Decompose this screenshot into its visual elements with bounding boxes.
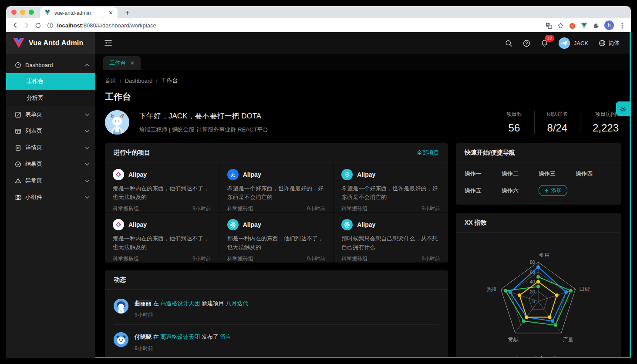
project-group[interactable]: 科学搬砖组 — [227, 255, 253, 263]
zoom-window-button[interactable] — [29, 10, 34, 15]
user-menu[interactable]: JACK — [559, 37, 588, 49]
notifications-bell[interactable]: 12 — [541, 39, 548, 47]
sidebar-item-label: 小组件 — [25, 193, 42, 201]
project-group[interactable]: 科学搬砖组 — [227, 205, 253, 212]
sidebar-item-lists[interactable]: 列表页 — [6, 123, 95, 139]
add-quicknav-button[interactable]: 添加 — [539, 185, 567, 196]
quick-link-3[interactable]: 操作三 — [539, 170, 576, 178]
url-text[interactable]: localhost:8080/#/dashboard/workplace — [57, 22, 156, 29]
activity-group-link[interactable]: 高逼格设计天团 — [160, 334, 200, 340]
quick-link-5[interactable]: 操作五 — [465, 187, 502, 195]
stat-ranking: 团队排名 8/24 — [534, 111, 580, 134]
breadcrumb-home[interactable]: 首页 — [105, 77, 116, 84]
activity-user[interactable]: 曲丽丽 — [135, 300, 152, 307]
quick-link-6[interactable]: 操作六 — [502, 187, 539, 195]
radar-chart: 020406080引用口碑产量贡献热度 — [456, 237, 621, 354]
close-page-tab-icon[interactable]: ✕ — [130, 60, 135, 66]
sidebar-item-dashboard[interactable]: Dashboard — [6, 57, 95, 73]
stats-group: 项目数 56 团队排名 8/24 项目访问 2,223 — [494, 111, 621, 134]
project-card[interactable]: Alipay 那是一种内在的东西，他们到达不了，也无法触及的 科学搬砖组9小时前 — [219, 212, 334, 263]
back-button[interactable] — [10, 20, 21, 31]
translate-icon[interactable] — [546, 22, 552, 29]
language-label: 简体 — [608, 39, 620, 47]
activity-target-link[interactable]: 八月迭代 — [226, 300, 249, 307]
activity-time: 9小时前 — [135, 345, 232, 352]
molecule-logo-icon — [341, 169, 353, 180]
svg-text:产量: 产量 — [563, 337, 573, 343]
appstore-icon — [15, 194, 21, 201]
sidebar-menu: Dashboard 工作台 分析页 — [6, 54, 95, 206]
sidebar-item-workplace[interactable]: 工作台 — [6, 73, 95, 90]
browser-tab[interactable]: vue-antd-admin ✕ — [40, 7, 118, 18]
project-time: 9小时前 — [421, 205, 440, 212]
url-host: localhost — [57, 22, 82, 29]
theme-settings-button[interactable] — [616, 101, 630, 116]
activity-target-link[interactable]: 留言 — [220, 334, 232, 340]
tab-workplace[interactable]: 工作台 ✕ — [103, 56, 141, 70]
activity-user[interactable]: 付晓晓 — [135, 334, 152, 340]
sidebar-item-exceptions[interactable]: 异常页 — [6, 172, 95, 189]
svg-text:0: 0 — [533, 299, 535, 304]
collapse-sidebar-icon[interactable] — [104, 39, 113, 47]
project-card[interactable]: Alipay 希望是一个好东西，也许是最好的，好东西是不会消亡的 科学搬砖组9小… — [334, 162, 448, 212]
warning-triangle-icon — [15, 178, 21, 184]
help-question-icon[interactable] — [523, 40, 530, 47]
breadcrumb-section[interactable]: Dashboard — [125, 78, 153, 84]
react-logo-icon — [227, 219, 239, 230]
project-card[interactable]: Alipay 希望是一个好东西，也许是最好的，好东西是不会消亡的 科学搬砖组9小… — [219, 162, 334, 212]
project-card[interactable]: Alipay 那是一种内在的东西，他们到达不了，也无法触及的 科学搬砖组9小时前 — [105, 162, 219, 212]
browser-tab-title: vue-antd-admin — [54, 10, 105, 16]
vue-devtools-icon[interactable] — [581, 22, 587, 29]
search-icon[interactable] — [505, 40, 512, 47]
projects-card-title: 进行中的项目 — [114, 149, 150, 157]
sidebar-item-analysis[interactable]: 分析页 — [6, 90, 95, 106]
project-group[interactable]: 科学搬砖组 — [113, 255, 139, 263]
project-time: 9小时前 — [421, 255, 440, 263]
sidebar-item-widgets[interactable]: 小组件 — [6, 189, 95, 206]
bookmark-star-icon[interactable] — [557, 22, 564, 29]
forward-button[interactable] — [21, 20, 32, 31]
project-time: 9小时前 — [192, 255, 211, 263]
chevron-up-icon — [85, 64, 89, 67]
app-logo[interactable]: Vue Antd Admin — [6, 32, 95, 54]
close-window-button[interactable] — [11, 10, 17, 15]
sidebar-item-forms[interactable]: 表单页 — [6, 106, 95, 123]
toolbar-extensions: h — [546, 20, 627, 30]
project-group[interactable]: 科学搬砖组 — [341, 255, 367, 263]
project-card[interactable]: Alipay 那时候我只会想自己想要什么，从不想自己拥有什么 科学搬砖组9小时前 — [334, 212, 448, 263]
project-group[interactable]: 科学搬砖组 — [113, 205, 139, 212]
all-projects-link[interactable]: 全部项目 — [417, 149, 439, 157]
extension-orange-icon[interactable] — [569, 22, 576, 29]
globe-icon — [599, 40, 606, 47]
close-tab-icon[interactable]: ✕ — [108, 10, 113, 16]
minimize-window-button[interactable] — [20, 10, 25, 15]
list-item: 付晓晓 在 高逼格设计天团 发布了 留言 9小时前 — [114, 325, 439, 358]
project-time: 9小时前 — [307, 255, 326, 263]
chevron-down-icon — [85, 146, 89, 149]
language-switch[interactable]: 简体 — [599, 39, 620, 47]
header-tools: 12 JACK 简体 — [505, 37, 620, 49]
browser-profile-avatar[interactable]: h — [604, 20, 614, 30]
antd-logo-icon — [113, 169, 124, 180]
new-tab-button[interactable]: ＋ — [124, 6, 131, 18]
gear-icon — [620, 105, 626, 112]
breadcrumb-current: 工作台 — [161, 77, 178, 84]
browser-menu-icon[interactable] — [619, 22, 626, 29]
quick-link-2[interactable]: 操作二 — [502, 170, 539, 178]
project-group[interactable]: 科学搬砖组 — [341, 205, 367, 212]
site-info-icon[interactable] — [47, 22, 54, 29]
quick-link-4[interactable]: 操作四 — [576, 170, 613, 178]
quick-link-1[interactable]: 操作一 — [465, 170, 502, 178]
address-bar[interactable]: localhost:8080/#/dashboard/workplace — [47, 22, 546, 29]
reload-button[interactable] — [32, 20, 44, 31]
sidebar-item-label: Dashboard — [25, 62, 53, 68]
project-card[interactable]: Alipay 那是一种内在的东西，他们到达不了，也无法触及的 科学搬砖组9小时前 — [105, 212, 219, 263]
activity-group-link[interactable]: 高逼格设计天团 — [160, 300, 200, 307]
projects-grid: Alipay 那是一种内在的东西，他们到达不了，也无法触及的 科学搬砖组9小时前 — [105, 162, 448, 263]
breadcrumb-separator — [156, 78, 158, 84]
sidebar-item-details[interactable]: 详情页 — [6, 139, 95, 156]
sidebar-item-label: 表单页 — [25, 111, 42, 118]
extensions-puzzle-icon[interactable] — [593, 22, 599, 29]
sidebar-item-results[interactable]: 结果页 — [6, 156, 95, 172]
sidebar-item-label: 异常页 — [25, 177, 42, 185]
